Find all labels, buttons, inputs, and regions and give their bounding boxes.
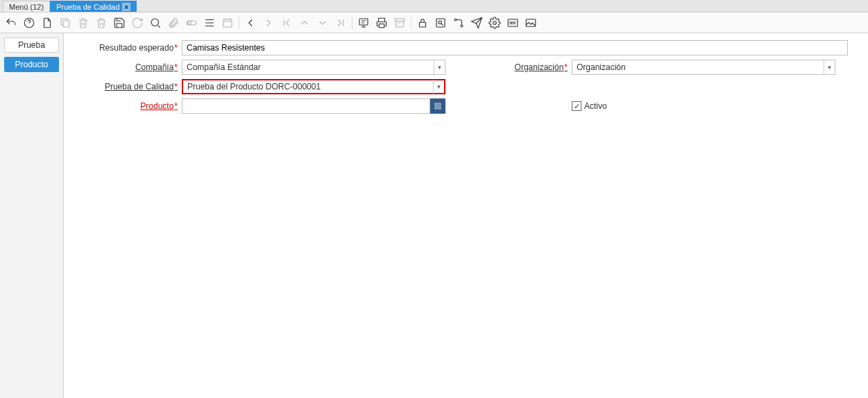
print-icon[interactable]	[375, 16, 389, 30]
label-activo: Activo	[584, 101, 607, 111]
svg-point-14	[493, 21, 497, 24]
chevron-down-icon[interactable]: ▼	[434, 60, 445, 74]
svg-rect-9	[420, 22, 426, 27]
next-icon	[262, 16, 275, 30]
toolbar	[0, 12, 868, 33]
copy-icon	[58, 16, 72, 30]
separator	[411, 17, 411, 29]
undo-icon[interactable]	[4, 16, 18, 30]
close-icon[interactable]: ×	[122, 3, 130, 11]
help-icon[interactable]	[22, 16, 36, 30]
calendar-icon	[221, 16, 235, 30]
sidebar: Prueba Producto	[0, 33, 64, 398]
combo-organizacion[interactable]: Organización ▼	[572, 60, 835, 75]
archive-icon	[393, 16, 407, 30]
list-icon[interactable]	[203, 16, 216, 30]
separator	[239, 17, 239, 29]
svg-rect-10	[436, 19, 445, 27]
svg-point-2	[151, 19, 159, 26]
combo-organizacion-value: Organización	[577, 62, 626, 72]
tab-active-label: Prueba de Calidad	[56, 1, 119, 12]
attach-icon	[167, 16, 180, 30]
svg-rect-16	[526, 19, 536, 26]
combo-prueba-calidad[interactable]: Prueba del Producto DORC-000001 ▼	[182, 79, 445, 94]
zoom-icon[interactable]	[434, 16, 448, 30]
svg-rect-8	[395, 19, 405, 21]
svg-rect-6	[359, 19, 368, 25]
down-icon	[316, 16, 330, 30]
sidebar-item-producto[interactable]: Producto	[4, 57, 59, 72]
input-producto[interactable]	[182, 98, 430, 114]
report-icon[interactable]	[357, 16, 371, 30]
search-icon[interactable]	[148, 16, 162, 30]
tab-prueba-calidad[interactable]: Prueba de Calidad ×	[50, 1, 137, 12]
product-lookup-icon[interactable]	[430, 98, 445, 114]
label-producto[interactable]: Producto*	[71, 101, 182, 111]
svg-rect-5	[223, 19, 232, 26]
svg-rect-1	[63, 21, 69, 27]
combo-compania[interactable]: Compañía Estándar ▼	[182, 60, 445, 75]
label-organizacion[interactable]: Organización*	[454, 62, 572, 72]
delete-icon	[76, 16, 90, 30]
separator	[352, 17, 352, 29]
image-icon[interactable]	[524, 16, 538, 30]
chevron-down-icon[interactable]: ▼	[824, 60, 835, 74]
label-compania[interactable]: Compañía*	[71, 62, 182, 72]
new-icon[interactable]	[40, 16, 54, 30]
label-resultado: Resultado esperado*	[71, 43, 182, 53]
settings-icon[interactable]	[488, 16, 502, 30]
checkbox-activo[interactable]: ✓ Activo	[572, 101, 607, 111]
save-icon[interactable]	[112, 16, 126, 30]
toggle-icon	[185, 16, 198, 30]
sidebar-item-prueba[interactable]: Prueba	[4, 37, 59, 53]
input-resultado[interactable]	[182, 40, 848, 55]
last-icon	[334, 16, 348, 30]
refresh-icon	[130, 16, 144, 30]
barcode-icon[interactable]	[506, 16, 520, 30]
first-icon	[280, 16, 293, 30]
svg-point-11	[439, 21, 442, 24]
delete2-icon	[94, 16, 108, 30]
prev-icon[interactable]	[244, 16, 257, 30]
sidebar-item-label: Prueba	[18, 40, 45, 50]
tab-menu[interactable]: Menú (12)	[3, 1, 50, 12]
tab-bar: Menú (12) Prueba de Calidad ×	[0, 0, 868, 12]
svg-point-12	[454, 19, 457, 21]
form-area: Resultado esperado* Compañía* Compañía E…	[64, 33, 868, 398]
combo-prueba-value: Prueba del Producto DORC-000001	[187, 82, 321, 92]
up-icon	[298, 16, 312, 30]
svg-rect-17	[435, 103, 437, 105]
combo-compania-value: Compañía Estándar	[187, 62, 261, 72]
check-icon: ✓	[572, 101, 581, 111]
tab-menu-label: Menú (12)	[9, 1, 44, 12]
sidebar-item-label: Producto	[15, 60, 48, 69]
svg-point-4	[188, 21, 192, 24]
svg-rect-7	[379, 24, 384, 27]
svg-rect-19	[435, 107, 437, 109]
chevron-down-icon[interactable]: ▼	[433, 80, 444, 94]
send-icon[interactable]	[470, 16, 484, 30]
svg-rect-15	[508, 19, 518, 26]
svg-rect-20	[439, 107, 441, 109]
workflow-icon[interactable]	[452, 16, 466, 30]
svg-point-13	[461, 25, 463, 27]
svg-rect-18	[439, 103, 441, 105]
lock-icon[interactable]	[416, 16, 429, 30]
label-prueba-calidad[interactable]: Prueba de Calidad*	[71, 82, 182, 92]
